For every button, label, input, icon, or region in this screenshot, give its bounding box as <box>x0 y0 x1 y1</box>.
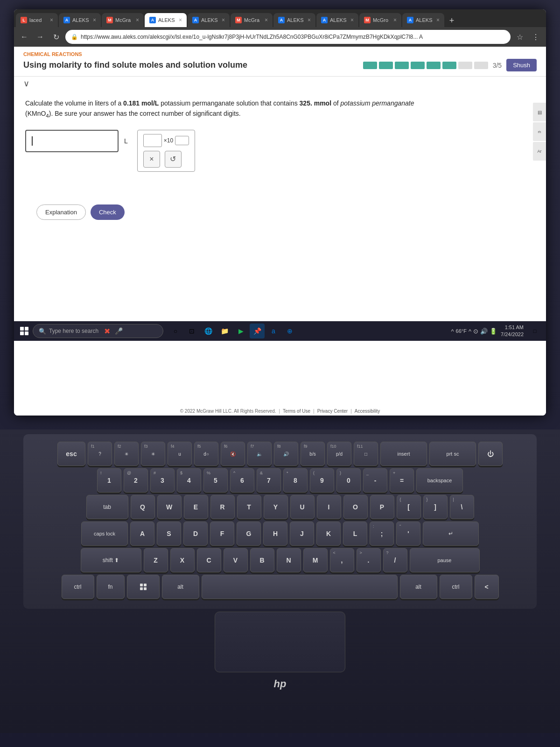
key-capslock[interactable]: caps lock <box>81 521 128 546</box>
shush-button[interactable]: Shush <box>506 59 537 71</box>
key-shift-left[interactable]: shift ⬆ <box>81 548 141 572</box>
chevron-up-icon[interactable]: ^ <box>451 328 454 335</box>
key-f6[interactable]: f6🔇 <box>221 442 245 466</box>
key-f5[interactable]: f5d○ <box>194 442 218 466</box>
menu-button[interactable]: ⋮ <box>529 30 542 43</box>
forward-button[interactable]: → <box>34 30 47 43</box>
key-c[interactable]: C <box>197 548 221 572</box>
key-f11[interactable]: f11□ <box>354 442 378 466</box>
tab-laced[interactable]: L laced × <box>16 13 58 27</box>
key-ctrl-right[interactable]: ctrl <box>440 575 472 599</box>
key-e[interactable]: E <box>184 495 208 519</box>
key-fn[interactable]: fn <box>97 575 125 599</box>
tab-close-mcgraw2[interactable]: × <box>265 17 268 23</box>
key-semicolon[interactable]: :; <box>370 521 394 546</box>
terms-link[interactable]: Terms of Use <box>283 409 310 414</box>
key-1[interactable]: @2 <box>124 468 148 493</box>
tab-aleks3[interactable]: A ALEKS × <box>188 13 230 27</box>
key-x[interactable]: X <box>170 548 195 572</box>
key-g[interactable]: G <box>237 521 261 546</box>
key-z[interactable]: Z <box>144 548 168 572</box>
tab-mcgraw1[interactable]: M McGra × <box>102 13 144 27</box>
key-space[interactable] <box>202 575 398 599</box>
tab-close-mcgraw3[interactable]: × <box>393 17 397 23</box>
tab-close-aleks5[interactable]: × <box>350 17 354 23</box>
key-f12[interactable]: insert <box>380 442 427 466</box>
key-r[interactable]: R <box>210 495 235 519</box>
key-enter[interactable]: ↵ <box>423 521 479 546</box>
key-o[interactable]: O <box>343 495 368 519</box>
accessibility-link[interactable]: Accessibility <box>355 409 380 414</box>
key-6[interactable]: &7 <box>257 468 281 493</box>
key-alt-right[interactable]: alt <box>400 575 437 599</box>
sci-exponent-box[interactable] <box>175 136 189 145</box>
tab-aleks4[interactable]: A ALEKS × <box>273 13 315 27</box>
key-comma[interactable]: <, <box>330 548 354 572</box>
tab-mcgraw2[interactable]: M McGra × <box>231 13 273 27</box>
taskbar-icon-task[interactable]: ⊡ <box>184 324 199 338</box>
key-4[interactable]: %5 <box>203 468 228 493</box>
bookmark-button[interactable]: ☆ <box>513 30 526 43</box>
key-i[interactable]: I <box>317 495 341 519</box>
tab-close-aleks4[interactable]: × <box>308 17 311 23</box>
privacy-link[interactable]: Privacy Center <box>317 409 348 414</box>
key-prtsc[interactable]: prt sc <box>429 442 476 466</box>
explanation-button[interactable]: Explanation <box>36 204 86 220</box>
key-8[interactable]: (9 <box>310 468 334 493</box>
check-button[interactable]: Check <box>91 204 125 220</box>
taskbar-icon-mail[interactable]: a <box>266 324 281 338</box>
speaker-icon[interactable]: 🔊 <box>480 328 488 335</box>
key-f[interactable]: F <box>210 521 234 546</box>
tab-close-aleks3[interactable]: × <box>222 17 225 23</box>
key-quote[interactable]: "' <box>396 521 420 546</box>
tab-aleks6[interactable]: A ALEKS × <box>402 13 444 27</box>
key-backtick[interactable]: !1 <box>97 468 121 493</box>
key-arrow-left[interactable]: < <box>475 575 499 599</box>
key-9[interactable]: )0 <box>336 468 361 493</box>
key-h[interactable]: H <box>263 521 287 546</box>
key-3[interactable]: $4 <box>177 468 201 493</box>
tab-close-aleks2[interactable]: × <box>179 17 182 23</box>
key-w[interactable]: W <box>157 495 182 519</box>
side-btn-2[interactable]: rh <box>533 122 546 141</box>
key-u[interactable]: U <box>290 495 315 519</box>
new-tab-button[interactable]: + <box>445 14 458 27</box>
key-y[interactable]: Y <box>264 495 288 519</box>
key-t[interactable]: T <box>237 495 261 519</box>
key-m[interactable]: M <box>303 548 328 572</box>
key-k[interactable]: K <box>316 521 341 546</box>
tab-mcgraw3[interactable]: M McGro × <box>359 13 401 27</box>
key-minus[interactable]: _- <box>363 468 387 493</box>
key-f3[interactable]: f3✳ <box>141 442 165 466</box>
key-b[interactable]: B <box>250 548 274 572</box>
key-esc[interactable]: esc <box>57 442 85 466</box>
taskbar-icon-circle[interactable]: ⊕ <box>282 324 297 338</box>
key-backslash[interactable]: |\ <box>450 495 474 519</box>
reload-button[interactable]: ↻ <box>49 30 63 43</box>
key-f7[interactable]: f7🔈 <box>247 442 272 466</box>
key-slash[interactable]: ?/ <box>383 548 407 572</box>
back-button[interactable]: ← <box>18 30 31 43</box>
key-tab[interactable]: tab <box>86 495 128 519</box>
side-btn-3[interactable]: Ar <box>533 142 546 161</box>
tab-aleks2-active[interactable]: A ALEKS × <box>145 13 187 27</box>
tab-close-aleks1[interactable]: × <box>93 17 96 23</box>
key-a[interactable]: A <box>130 521 154 546</box>
key-shift-right[interactable]: pause <box>410 548 480 572</box>
chevron-button[interactable]: ∨ <box>23 78 29 89</box>
sci-mantissa-box[interactable] <box>143 134 162 147</box>
key-l[interactable]: L <box>343 521 367 546</box>
key-alt-left[interactable]: alt <box>162 575 199 599</box>
key-windows[interactable] <box>127 575 160 599</box>
taskbar-icon-edge[interactable]: 🌐 <box>201 324 216 338</box>
tab-close-laced[interactable]: × <box>50 17 53 23</box>
address-bar[interactable]: 🔒 https://www.awu.aleks.com/alekscgi/x/l… <box>65 30 511 44</box>
touchpad[interactable] <box>215 612 345 672</box>
key-q[interactable]: Q <box>131 495 155 519</box>
tab-aleks5[interactable]: A ALEKS × <box>316 13 358 27</box>
key-5[interactable]: ^6 <box>230 468 254 493</box>
side-btn-1[interactable]: ▤ <box>533 103 546 121</box>
key-equals[interactable]: += <box>390 468 414 493</box>
key-f1[interactable]: f1? <box>88 442 112 466</box>
battery-icon[interactable]: 🔋 <box>490 328 497 335</box>
